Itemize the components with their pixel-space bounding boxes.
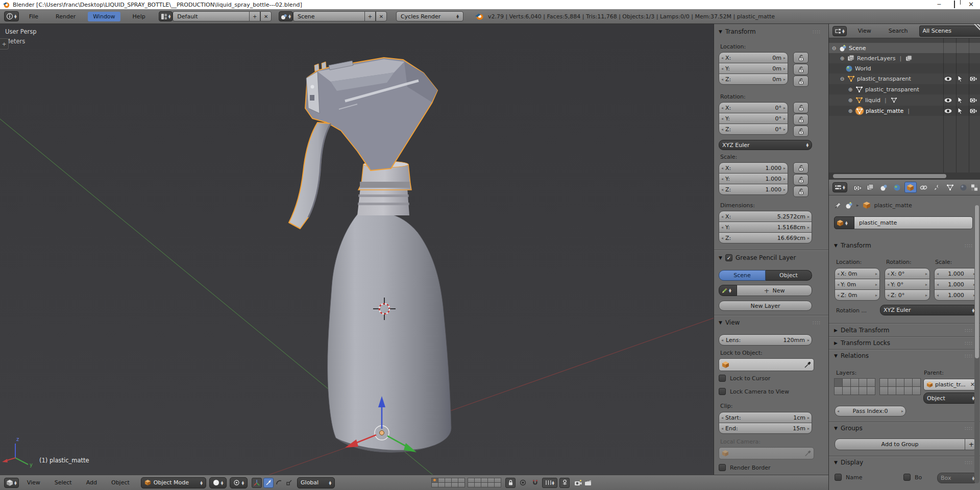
expand-toggle-icon[interactable]: ⊕ (847, 97, 853, 103)
delete-scene-button[interactable]: ✕ (376, 11, 387, 21)
layer-grid-right[interactable] (880, 379, 921, 395)
translate-manipulator-button[interactable] (263, 478, 274, 488)
prop-rotation-mode-selector[interactable]: XYZ Euler ▲▼ (880, 305, 978, 315)
vp-menu-select[interactable]: Select (50, 478, 77, 487)
tab-object[interactable] (904, 182, 917, 193)
outliner-editor[interactable]: ▲▼ View Search All Scenes ⊖ Scene ⊕ Rend… (829, 24, 980, 180)
panel-grip-icon[interactable]: :::: (965, 426, 973, 431)
lock-to-cursor-checkbox[interactable] (719, 375, 726, 382)
expand-toggle-icon[interactable]: ⊕ (847, 87, 853, 92)
prop-rot-y[interactable]: ◂Y: 0°▸ (885, 279, 930, 290)
grease-pencil-brush-selector[interactable]: ▲▼ (719, 285, 737, 296)
scale-z-field[interactable]: ◂Z:1.000▸ (719, 184, 788, 195)
toolshelf-open-tab[interactable]: + (0, 38, 9, 50)
grease-tab-object[interactable]: Object (766, 270, 812, 281)
relations-header[interactable]: ▼ Relations :::: (834, 352, 973, 359)
lock-scale-z-button[interactable] (793, 186, 808, 197)
scene-browse[interactable]: ▲▼ (279, 11, 293, 21)
object-id-selector[interactable]: ▲▼ (834, 216, 854, 229)
snap-target-selector[interactable] (559, 478, 570, 488)
properties-scrollbar[interactable] (974, 205, 979, 483)
panel-grip-icon[interactable]: :::: (965, 353, 973, 358)
pin-icon[interactable] (834, 202, 842, 209)
tab-scene[interactable] (878, 182, 890, 193)
editor-type-selector[interactable]: ▲▼ (4, 11, 19, 21)
viewport-3d[interactable]: User Persp Meters (1) plastic_matte z y … (0, 24, 714, 475)
pivot-point-selector[interactable]: ▲▼ (230, 477, 248, 488)
panel-grip-icon[interactable]: :::: (813, 29, 821, 34)
tab-material[interactable] (958, 182, 970, 193)
layer-grid-left[interactable] (432, 478, 465, 487)
tab-render[interactable] (851, 182, 864, 193)
scale-x-field[interactable]: ◂X:1.000▸ (719, 162, 788, 174)
scene-name-field[interactable]: Scene (293, 11, 364, 21)
outliner-row-plastic-matte[interactable]: ⊕ plastic_matte | (829, 106, 980, 116)
outliner-row-plastic-transparent-data[interactable]: ⊕ plastic_transparent (829, 84, 980, 94)
display-bounds-checkbox[interactable] (903, 474, 911, 481)
selectability-cursor-icon[interactable] (957, 96, 963, 104)
expand-toggle-icon[interactable]: ⊕ (839, 56, 845, 61)
panel-grip-icon[interactable]: :::: (965, 328, 973, 333)
outliner-row-renderlayers[interactable]: ⊕ RenderLayers | (829, 53, 980, 63)
visibility-eye-icon[interactable] (944, 76, 952, 82)
close-button[interactable]: ✕ (968, 0, 974, 9)
groups-header[interactable]: ▼ Groups :::: (834, 425, 973, 432)
transform-locks-header[interactable]: ▶ Transform Locks :::: (834, 339, 973, 347)
mode-selector[interactable]: Object Mode ▲▼ (141, 477, 206, 488)
renderability-camera-icon[interactable] (969, 76, 977, 82)
eyedropper-icon[interactable] (804, 361, 811, 369)
dimension-x-field[interactable]: ◂X:5.2572cm▸ (719, 211, 812, 222)
collapse-arrow-icon[interactable]: ▼ (834, 353, 838, 358)
np-view-header[interactable]: ▼ View :::: (719, 319, 821, 326)
panel-grip-icon[interactable]: :::: (965, 243, 973, 248)
prop-loc-x[interactable]: ◂X: 0m▸ (835, 268, 880, 279)
selectability-cursor-icon[interactable] (957, 107, 963, 114)
grease-pencil-checkbox[interactable]: ✓ (725, 254, 732, 261)
selectability-cursor-icon[interactable] (957, 75, 963, 82)
tab-constraints[interactable] (918, 182, 930, 193)
vp-menu-add[interactable]: Add (81, 478, 102, 487)
prop-rot-x[interactable]: ◂X: 0°▸ (885, 268, 930, 279)
prop-rot-z[interactable]: ◂Z: 0°▸ (885, 289, 930, 301)
grease-tab-scene[interactable]: Scene (719, 270, 766, 281)
opengl-render-anim-button[interactable] (583, 478, 593, 488)
tab-texture[interactable] (971, 182, 978, 193)
screen-layout-name-field[interactable]: Default (173, 11, 249, 21)
outliner-row-plastic-transparent[interactable]: ⊖ plastic_transparent (829, 74, 980, 84)
visibility-eye-icon[interactable] (944, 108, 952, 114)
prop-transform-header[interactable]: ▼ Transform :::: (834, 242, 973, 249)
collapse-arrow-icon[interactable]: ▼ (719, 29, 722, 34)
menu-help[interactable]: Help (128, 12, 151, 21)
region-resize-handle[interactable] (970, 24, 980, 34)
display-name-checkbox[interactable] (835, 474, 842, 481)
parent-type-selector[interactable]: Object ▲▼ (923, 393, 978, 404)
dimension-z-field[interactable]: ◂Z:16.669cm▸ (719, 232, 812, 243)
lock-camera-to-view-checkbox[interactable] (719, 388, 726, 395)
tab-world[interactable] (891, 182, 903, 193)
prop-scale-x[interactable]: ◂1.000▸ (934, 268, 978, 279)
dimension-y-field[interactable]: ◂Y:1.5168cm▸ (719, 222, 812, 233)
collapse-arrow-icon[interactable]: ▼ (834, 460, 838, 465)
prop-scale-z[interactable]: ◂1.000▸ (934, 289, 978, 301)
delta-transform-header[interactable]: ▶ Delta Transform :::: (834, 327, 973, 334)
editor-type-selector[interactable]: ▲▼ (832, 182, 847, 192)
rotation-y-field[interactable]: ◂Y:0°▸ (719, 113, 788, 124)
visibility-eye-icon[interactable] (944, 97, 952, 103)
menu-render[interactable]: Render (51, 12, 81, 21)
prop-scale-y[interactable]: ◂1.000▸ (934, 279, 978, 290)
lock-rotation-x-button[interactable] (793, 102, 808, 113)
lock-to-object-field[interactable] (719, 358, 814, 371)
lock-location-y-button[interactable] (793, 64, 808, 75)
lock-location-x-button[interactable] (793, 52, 808, 63)
editor-type-selector[interactable]: ▲▼ (4, 478, 19, 488)
rotation-z-field[interactable]: ◂Z:0°▸ (719, 124, 788, 135)
properties-editor[interactable]: ▲▼ ▸ plastic_matte (829, 180, 980, 490)
object-layers-widget[interactable] (835, 379, 921, 395)
collapse-toggle-icon[interactable]: ⊖ (839, 76, 845, 82)
scene-icon[interactable] (845, 202, 853, 209)
editor-type-selector[interactable]: ▲▼ (832, 26, 847, 36)
collapse-arrow-icon[interactable]: ▼ (719, 255, 722, 260)
np-transform-header[interactable]: ▼ Transform :::: (719, 28, 821, 35)
collapse-arrow-icon[interactable]: ▼ (834, 243, 838, 248)
grease-new-layer-button[interactable]: New Layer (719, 301, 812, 311)
